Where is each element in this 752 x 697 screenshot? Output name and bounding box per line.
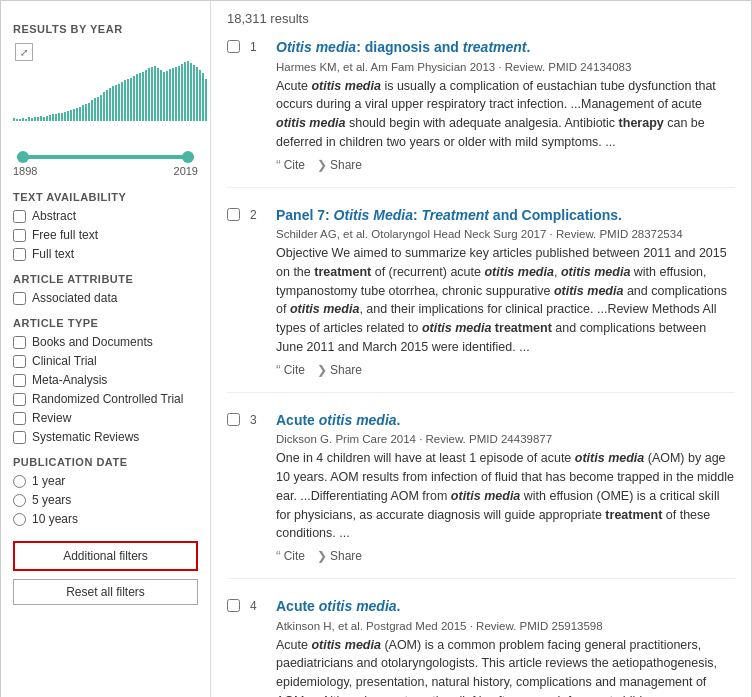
books-label: Books and Documents xyxy=(32,335,153,349)
result-4-number: 4 xyxy=(250,597,266,697)
filter-abstract[interactable]: Abstract xyxy=(13,209,198,223)
5years-radio[interactable] xyxy=(13,494,26,507)
result-2-abstract: Objective We aimed to summarize key arti… xyxy=(276,244,735,357)
result-3-meta: Dickson G. Prim Care 2014 · Review. PMID… xyxy=(276,433,735,445)
result-3-cite-label: Cite xyxy=(284,549,305,563)
filter-5years[interactable]: 5 years xyxy=(13,493,198,507)
10years-radio[interactable] xyxy=(13,513,26,526)
associated-data-checkbox[interactable] xyxy=(13,292,26,305)
filter-rct[interactable]: Randomized Controlled Trial xyxy=(13,392,198,406)
filter-full-text[interactable]: Full text xyxy=(13,247,198,261)
reset-filters-button[interactable]: Reset all filters xyxy=(13,579,198,605)
result-1-number: 1 xyxy=(250,38,266,173)
result-3-cite[interactable]: “ Cite xyxy=(276,548,305,564)
cite-icon: “ xyxy=(276,157,281,173)
result-2-cite[interactable]: “ Cite xyxy=(276,362,305,378)
result-2-share[interactable]: ❯ Share xyxy=(317,363,362,377)
result-4-abstract: Acute otitis media (AOM) is a common pro… xyxy=(276,636,735,697)
share-icon: ❯ xyxy=(317,549,327,563)
abstract-checkbox[interactable] xyxy=(13,210,26,223)
result-item: 1 Otitis media: diagnosis and treatment.… xyxy=(227,38,735,188)
result-3-abstract: One in 4 children will have at least 1 e… xyxy=(276,449,735,543)
year-slider-left-handle[interactable] xyxy=(17,151,29,163)
meta-analysis-label: Meta-Analysis xyxy=(32,373,107,387)
filter-review[interactable]: Review xyxy=(13,411,198,425)
free-full-text-label: Free full text xyxy=(32,228,98,242)
result-2-title-link[interactable]: Panel 7: Otitis Media: Treatment and Com… xyxy=(276,207,622,223)
year-start: 1898 xyxy=(13,165,37,177)
filter-books[interactable]: Books and Documents xyxy=(13,335,198,349)
article-type-title: ARTICLE TYPE xyxy=(13,317,198,329)
result-2-actions: “ Cite ❯ Share xyxy=(276,362,735,378)
free-full-text-checkbox[interactable] xyxy=(13,229,26,242)
filter-1year[interactable]: 1 year xyxy=(13,474,198,488)
sidebar: RESULTS BY YEAR ⤢ xyxy=(1,1,211,697)
meta-analysis-checkbox[interactable] xyxy=(13,374,26,387)
result-4-title: Acute otitis media. xyxy=(276,597,735,617)
result-1-meta: Harmes KM, et al. Am Fam Physician 2013 … xyxy=(276,61,735,73)
year-chart: ⤢ xyxy=(13,41,198,151)
result-2-share-label: Share xyxy=(330,363,362,377)
rct-checkbox[interactable] xyxy=(13,393,26,406)
associated-data-label: Associated data xyxy=(32,291,117,305)
1year-radio[interactable] xyxy=(13,475,26,488)
rct-label: Randomized Controlled Trial xyxy=(32,392,183,406)
year-slider-right-handle[interactable] xyxy=(182,151,194,163)
result-3-share-label: Share xyxy=(330,549,362,563)
result-item: 3 Acute otitis media. Dickson G. Prim Ca… xyxy=(227,411,735,579)
systematic-reviews-label: Systematic Reviews xyxy=(32,430,139,444)
filter-meta-analysis[interactable]: Meta-Analysis xyxy=(13,373,198,387)
result-1-share[interactable]: ❯ Share xyxy=(317,158,362,172)
expand-chart-icon[interactable]: ⤢ xyxy=(15,43,33,61)
result-3-share[interactable]: ❯ Share xyxy=(317,549,362,563)
review-label: Review xyxy=(32,411,71,425)
result-1-checkbox[interactable] xyxy=(227,40,240,53)
filter-associated-data[interactable]: Associated data xyxy=(13,291,198,305)
result-1-checkbox-container xyxy=(227,38,240,173)
clinical-trial-checkbox[interactable] xyxy=(13,355,26,368)
result-3-checkbox-container xyxy=(227,411,240,564)
article-attribute-title: ARTICLE ATTRIBUTE xyxy=(13,273,198,285)
result-1-body: Otitis media: diagnosis and treatment. H… xyxy=(276,38,735,173)
result-4-body: Acute otitis media. Atkinson H, et al. P… xyxy=(276,597,735,697)
result-3-title-link[interactable]: Acute otitis media. xyxy=(276,412,400,428)
result-4-title-link[interactable]: Acute otitis media. xyxy=(276,598,400,614)
5years-label: 5 years xyxy=(32,493,71,507)
cite-icon: “ xyxy=(276,362,281,378)
filter-clinical-trial[interactable]: Clinical Trial xyxy=(13,354,198,368)
result-2-cite-label: Cite xyxy=(284,363,305,377)
result-3-checkbox[interactable] xyxy=(227,413,240,426)
result-3-number: 3 xyxy=(250,411,266,564)
result-1-abstract: Acute otitis media is usually a complica… xyxy=(276,77,735,152)
main-content: 18,311 results 1 Otitis media: diagnosis… xyxy=(211,1,751,697)
result-2-checkbox[interactable] xyxy=(227,208,240,221)
full-text-label: Full text xyxy=(32,247,74,261)
additional-filters-button[interactable]: Additional filters xyxy=(13,541,198,571)
result-1-actions: “ Cite ❯ Share xyxy=(276,157,735,173)
1year-label: 1 year xyxy=(32,474,65,488)
full-text-checkbox[interactable] xyxy=(13,248,26,261)
books-checkbox[interactable] xyxy=(13,336,26,349)
result-3-actions: “ Cite ❯ Share xyxy=(276,548,735,564)
chart-bars xyxy=(13,41,198,121)
cite-icon: “ xyxy=(276,548,281,564)
result-4-checkbox-container xyxy=(227,597,240,697)
result-1-share-label: Share xyxy=(330,158,362,172)
result-1-title: Otitis media: diagnosis and treatment. xyxy=(276,38,735,58)
publication-date-title: PUBLICATION DATE xyxy=(13,456,198,468)
result-4-meta: Atkinson H, et al. Postgrad Med 2015 · R… xyxy=(276,620,735,632)
review-checkbox[interactable] xyxy=(13,412,26,425)
share-icon: ❯ xyxy=(317,158,327,172)
year-range: 1898 2019 xyxy=(13,163,198,179)
result-1-cite[interactable]: “ Cite xyxy=(276,157,305,173)
share-icon: ❯ xyxy=(317,363,327,377)
result-1-title-link[interactable]: Otitis media: diagnosis and treatment. xyxy=(276,39,530,55)
result-3-body: Acute otitis media. Dickson G. Prim Care… xyxy=(276,411,735,564)
filter-systematic-reviews[interactable]: Systematic Reviews xyxy=(13,430,198,444)
filter-free-full-text[interactable]: Free full text xyxy=(13,228,198,242)
filter-10years[interactable]: 10 years xyxy=(13,512,198,526)
result-4-checkbox[interactable] xyxy=(227,599,240,612)
text-availability-title: TEXT AVAILABILITY xyxy=(13,191,198,203)
year-slider[interactable] xyxy=(17,155,194,159)
systematic-reviews-checkbox[interactable] xyxy=(13,431,26,444)
